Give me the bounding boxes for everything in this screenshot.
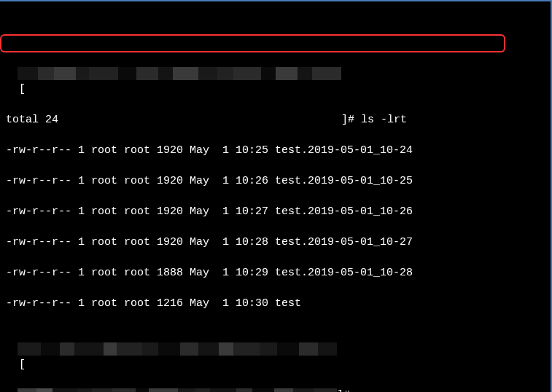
file-row: -rw-r--r-- 1 root root 1216 May 1 10:30 …	[6, 296, 545, 311]
prompt-line-blank: [ ]#	[6, 388, 545, 392]
file-row: -rw-r--r-- 1 root root 1920 May 1 10:26 …	[6, 173, 545, 189]
file-row: -rw-r--r-- 1 root root 1888 May 1 10:29 …	[6, 265, 545, 281]
bracket-open: [	[19, 358, 26, 371]
file-row: -rw-r--r-- 1 root root 1920 May 1 10:28 …	[6, 235, 545, 250]
highlight-annotation	[0, 34, 505, 52]
total-line-1: total 24	[6, 112, 545, 128]
file-row: -rw-r--r-- 1 root root 1920 May 1 10:25 …	[6, 143, 545, 158]
prompt-line-blank: [ ]#	[6, 342, 545, 357]
pixelated-hostname	[18, 67, 341, 80]
file-row: -rw-r--r-- 1 root root 1920 May 1 10:27 …	[6, 204, 545, 219]
prompt-line-1: [ ]# ls -lrt	[6, 66, 545, 82]
pixelated-hostname	[18, 388, 337, 392]
bracket-open: [	[19, 83, 26, 95]
pixelated-hostname	[18, 342, 337, 356]
